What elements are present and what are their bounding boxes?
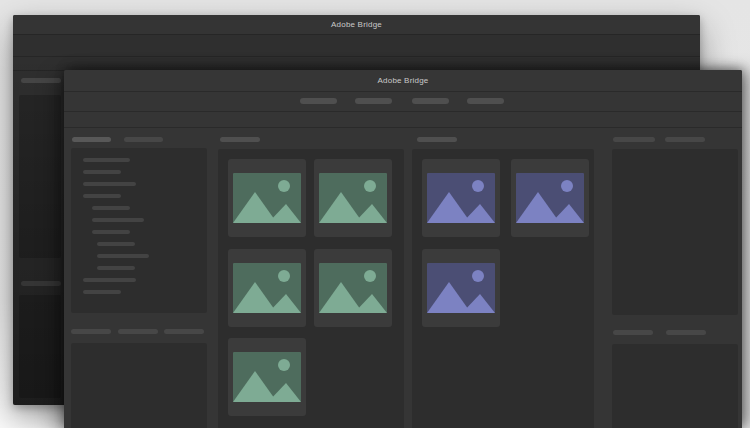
content-panel-purple: [412, 149, 594, 428]
thumbnail-card[interactable]: [228, 338, 306, 416]
content-section-label-placeholder: [220, 137, 260, 142]
thumbnail-card[interactable]: [314, 159, 392, 237]
thumbnail-card[interactable]: [314, 249, 392, 327]
tree-item-placeholder[interactable]: [92, 218, 144, 222]
metadata-panel: [612, 344, 738, 428]
sidebar-bottom-tab-placeholder[interactable]: [71, 329, 111, 334]
front-window: Adobe Bridge: [64, 70, 742, 428]
sidebar-panel: [19, 295, 61, 398]
front-window-title: Adobe Bridge: [378, 76, 429, 85]
thumbnail-card[interactable]: [228, 159, 306, 237]
content-panel-green: [218, 149, 404, 428]
tree-item-placeholder[interactable]: [97, 266, 135, 270]
preview-tab-placeholder[interactable]: [665, 137, 705, 142]
content-section-label-placeholder: [417, 137, 457, 142]
front-window-menu-strip: [64, 112, 742, 128]
image-placeholder-icon: [516, 173, 584, 223]
sidebar-tab-placeholder[interactable]: [21, 281, 61, 286]
toolbar-button-placeholder[interactable]: [412, 98, 449, 104]
tree-item-placeholder[interactable]: [97, 242, 135, 246]
image-placeholder-icon: [233, 352, 301, 402]
image-placeholder-icon: [233, 263, 301, 313]
folder-tree-panel: [71, 148, 207, 313]
back-window-title-bar[interactable]: Adobe Bridge: [13, 15, 700, 35]
tree-item-placeholder[interactable]: [92, 206, 130, 210]
preview-panel: [612, 149, 738, 315]
front-window-toolbar: [64, 92, 742, 112]
image-placeholder-icon: [427, 173, 495, 223]
thumbnail-card[interactable]: [422, 159, 500, 237]
sidebar-tab-folders[interactable]: [124, 137, 163, 142]
preview-tab-placeholder[interactable]: [613, 137, 655, 142]
metadata-tab-placeholder[interactable]: [666, 330, 706, 335]
toolbar-button-placeholder[interactable]: [467, 98, 504, 104]
tree-item-placeholder[interactable]: [83, 290, 121, 294]
metadata-tab-placeholder[interactable]: [613, 330, 653, 335]
thumbnail-card[interactable]: [228, 249, 306, 327]
tree-item-placeholder[interactable]: [83, 158, 130, 162]
tree-item-placeholder[interactable]: [97, 254, 149, 258]
back-window-menu-strip: [13, 57, 700, 71]
tree-item-placeholder[interactable]: [83, 170, 121, 174]
back-window-toolbar: [13, 35, 700, 57]
image-placeholder-icon: [319, 173, 387, 223]
sidebar-bottom-tab-placeholder[interactable]: [118, 329, 158, 334]
image-placeholder-icon: [319, 263, 387, 313]
sidebar-bottom-tab-placeholder[interactable]: [164, 329, 204, 334]
toolbar-button-placeholder[interactable]: [300, 98, 337, 104]
thumbnail-card[interactable]: [422, 249, 500, 327]
sidebar-tab-placeholder[interactable]: [21, 78, 61, 83]
thumbnail-card[interactable]: [511, 159, 589, 237]
tree-item-placeholder[interactable]: [83, 194, 121, 198]
sidebar-tab-favorites[interactable]: [72, 137, 111, 142]
tree-item-placeholder[interactable]: [92, 230, 130, 234]
image-placeholder-icon: [233, 173, 301, 223]
tree-item-placeholder[interactable]: [83, 278, 136, 282]
tree-item-placeholder[interactable]: [83, 182, 136, 186]
sidebar-panel: [19, 95, 61, 258]
back-window-title: Adobe Bridge: [331, 20, 382, 29]
toolbar-button-placeholder[interactable]: [355, 98, 392, 104]
image-placeholder-icon: [427, 263, 495, 313]
front-window-title-bar[interactable]: Adobe Bridge: [64, 70, 742, 92]
desktop-background: Adobe Bridge Adobe Bridge: [0, 0, 750, 428]
filter-panel: [71, 343, 207, 428]
